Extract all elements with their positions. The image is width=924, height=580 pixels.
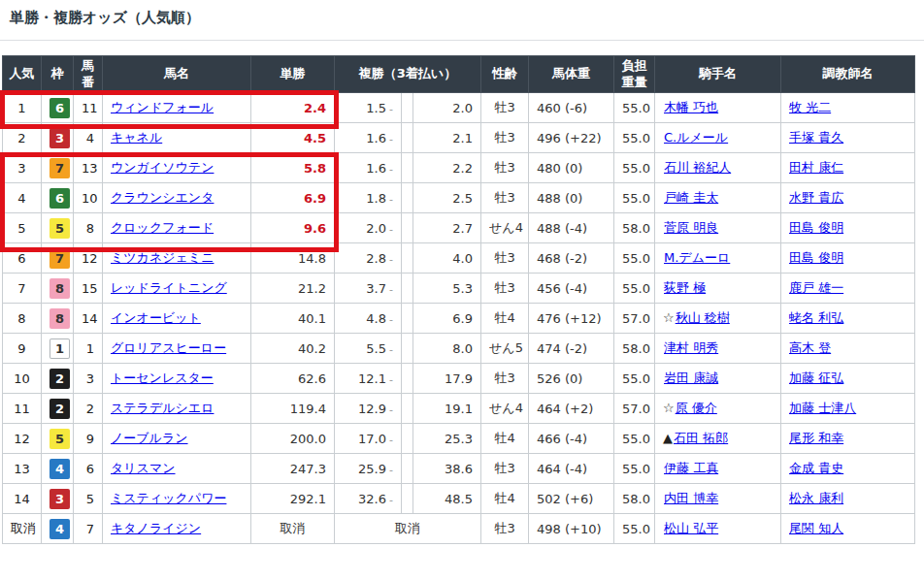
trainer-link[interactable]: 松永 康利 (789, 491, 843, 505)
popularity-rank: 5 (3, 213, 42, 243)
jockey-link[interactable]: 木幡 巧也 (664, 100, 718, 114)
jockey-link[interactable]: 菅原 明良 (664, 220, 718, 235)
horse-number: 10 (74, 183, 103, 213)
odds-table-body: 1 6 11 ウィンドフォール 2.4 1.5- 2.0 牡3 460 (-6)… (3, 93, 915, 544)
place-range-dash: - (389, 313, 393, 326)
jockey-cell: 石川 裕紀人 (655, 153, 781, 183)
place-range-dash: - (389, 373, 393, 386)
place-range-dash: - (389, 434, 393, 446)
jockey-link[interactable]: 原 優介 (676, 401, 717, 415)
place-range-divider (402, 183, 413, 213)
trainer-link[interactable]: 水野 貴広 (789, 190, 843, 205)
trainer-link[interactable]: 尾形 和幸 (789, 431, 843, 445)
horse-weight: 488 (0) (529, 183, 614, 213)
trainer-link[interactable]: 田島 俊明 (789, 220, 843, 235)
win-odds: 9.6 (251, 213, 335, 243)
jockey-link[interactable]: M.デムーロ (664, 250, 730, 265)
load-weight: 55.0 (614, 274, 655, 304)
trainer-cell: 田島 俊明 (781, 213, 915, 243)
trainer-link[interactable]: 牧 光二 (789, 100, 831, 114)
load-weight: 55.0 (614, 424, 655, 454)
horse-name-cell: キャネル (103, 123, 251, 153)
table-row: 8 8 14 インオービット 40.1 4.8- 6.9 牡4 476 (+12… (3, 304, 915, 334)
page-title: 単勝・複勝オッズ（人気順） (10, 9, 200, 27)
trainer-link[interactable]: 尾関 知人 (789, 521, 843, 535)
jockey-link[interactable]: 秋山 稔樹 (676, 310, 730, 325)
place-range-dash: - (389, 464, 393, 476)
trainer-link[interactable]: 蛯名 利弘 (789, 310, 843, 325)
horse-name-cell: タリスマン (103, 454, 251, 484)
horse-name-cell: クラウンシエンタ (103, 183, 251, 213)
trainer-link[interactable]: 高木 登 (789, 340, 831, 355)
horse-name-link[interactable]: ノーブルラン (111, 431, 188, 445)
horse-name-link[interactable]: インオービット (111, 310, 201, 325)
horse-name-link[interactable]: ステラデルシエロ (111, 401, 214, 415)
horse-name-cell: ミスティックパワー (103, 484, 251, 514)
horse-name-link[interactable]: レッドライトニング (111, 280, 227, 295)
horse-weight: 480 (0) (529, 153, 614, 183)
frame-badge: 8 (50, 308, 70, 329)
horse-name-link[interactable]: ミツカネジェミニ (111, 250, 214, 265)
horse-name-link[interactable]: タリスマン (111, 461, 176, 475)
horse-name-link[interactable]: クロックフォード (111, 220, 214, 235)
jockey-link[interactable]: 伊藤 工真 (664, 461, 718, 475)
place-range-divider (402, 484, 413, 514)
trainer-link[interactable]: 手塚 貴久 (789, 130, 843, 145)
trainer-link[interactable]: 田島 俊明 (789, 250, 843, 265)
place-odds-max: 4.0 (413, 243, 481, 274)
jockey-link[interactable]: 岩田 康誠 (664, 371, 718, 385)
frame-badge: 4 (50, 459, 70, 479)
horse-weight: 456 (-4) (529, 274, 614, 304)
horse-weight: 526 (0) (529, 364, 614, 394)
horse-name-link[interactable]: ウンガイソウテン (111, 160, 214, 175)
frame-cell: 4 (42, 514, 74, 544)
popularity-rank: 9 (3, 334, 42, 364)
jockey-link[interactable]: 荻野 極 (664, 280, 706, 295)
horse-name-link[interactable]: ウィンドフォール (111, 100, 214, 114)
jockey-link[interactable]: 石川 裕紀人 (664, 160, 731, 175)
horse-name-link[interactable]: キタノライジン (111, 521, 201, 535)
place-range-dash: - (389, 403, 393, 416)
jockey-link[interactable]: C.ルメール (664, 130, 728, 145)
table-row: 11 2 2 ステラデルシエロ 119.4 12.9- 19.1 せん4 464… (3, 394, 915, 424)
place-range-divider (402, 274, 413, 304)
trainer-link[interactable]: 田村 康仁 (789, 160, 843, 175)
jockey-link[interactable]: 内田 博幸 (664, 491, 718, 505)
horse-name-link[interactable]: キャネル (111, 130, 162, 145)
load-weight: 57.0 (614, 394, 655, 424)
frame-badge: 8 (50, 278, 70, 299)
horse-name-link[interactable]: クラウンシエンタ (111, 190, 214, 205)
sex-age: 牡3 (481, 183, 529, 213)
place-odds-min: 17.0- (335, 424, 402, 454)
odds-table-header: 人気 枠 馬番 馬名 単勝 複勝（3着払い） 性齢 馬体重 負担重量 騎手名 調… (3, 56, 915, 93)
frame-badge: 3 (50, 489, 70, 509)
horse-name-link[interactable]: グロリアスヒーロー (111, 340, 226, 355)
trainer-cell: 加藤 士津八 (781, 394, 915, 424)
trainer-link[interactable]: 鹿戸 雄一 (789, 280, 843, 295)
trainer-link[interactable]: 加藤 征弘 (789, 371, 843, 385)
load-weight: 55.0 (614, 514, 655, 544)
odds-page: 単勝・複勝オッズ（人気順） 人気 枠 馬番 馬名 単勝 複勝（3着払い） 性齢 … (0, 0, 924, 580)
column-header-jockey: 騎手名 (655, 56, 781, 93)
place-range-divider (402, 304, 413, 334)
place-odds-min: 4.8- (335, 304, 402, 334)
win-odds: 2.4 (251, 93, 335, 123)
place-range-divider (402, 213, 413, 243)
place-odds-max: 48.5 (413, 484, 481, 514)
trainer-link[interactable]: 金成 貴史 (789, 461, 843, 475)
load-weight: 55.0 (614, 183, 655, 213)
jockey-link[interactable]: 松山 弘平 (664, 521, 718, 535)
win-odds: 6.9 (251, 183, 335, 213)
jockey-link[interactable]: 戸崎 圭太 (664, 190, 718, 205)
horse-name-link[interactable]: トーセンレスター (111, 371, 214, 385)
jockey-link[interactable]: 石田 拓郎 (674, 431, 728, 445)
jockey-link[interactable]: 津村 明秀 (664, 340, 718, 355)
frame-cell: 1 (42, 334, 74, 364)
trainer-link[interactable]: 加藤 士津八 (789, 401, 856, 415)
frame-cell: 6 (42, 183, 74, 213)
place-range-divider (402, 243, 413, 274)
horse-name-link[interactable]: ミスティックパワー (111, 491, 226, 505)
popularity-rank: 8 (3, 304, 42, 334)
trainer-cell: 加藤 征弘 (781, 364, 915, 394)
horse-weight: 488 (-4) (529, 213, 614, 243)
